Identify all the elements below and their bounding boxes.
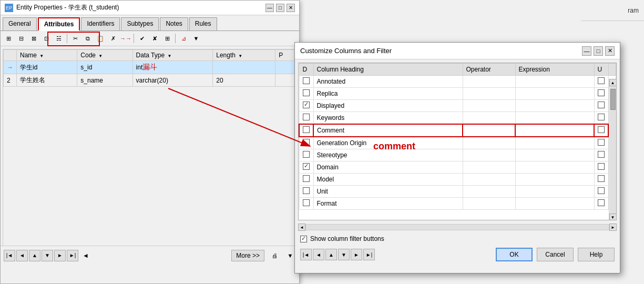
more-button[interactable]: More >> — [231, 250, 264, 261]
col-u-7[interactable] — [594, 161, 608, 174]
ok-button[interactable]: OK — [496, 248, 533, 261]
tab-subtypes[interactable]: Subtypes — [121, 17, 159, 31]
col-u-5[interactable] — [594, 137, 608, 149]
checkbox-8[interactable] — [299, 174, 313, 186]
col-p[interactable]: P — [275, 50, 297, 61]
col-expression-4[interactable] — [515, 124, 594, 137]
dialog-table-row[interactable]: Model — [299, 174, 616, 186]
nav-first-button[interactable]: |◄ — [4, 250, 15, 261]
tab-notes[interactable]: Notes — [160, 17, 188, 31]
col-expression-7[interactable] — [515, 161, 594, 174]
dialog-table-row[interactable]: Displayed — [299, 100, 616, 112]
nav-next-button[interactable]: ► — [54, 250, 66, 261]
col-expression-1[interactable] — [515, 88, 594, 100]
col-operator-6[interactable] — [463, 149, 515, 161]
cb-4[interactable] — [303, 126, 310, 133]
cb-u-3[interactable] — [598, 114, 605, 120]
col-datatype[interactable]: Data Type ▼ — [132, 50, 213, 61]
col-operator-1[interactable] — [463, 88, 515, 100]
help-button[interactable]: Help — [578, 248, 615, 261]
col-expression-6[interactable] — [515, 149, 594, 161]
col-u-0[interactable] — [594, 76, 608, 88]
tab-rules[interactable]: Rules — [189, 17, 217, 31]
col-operator-9[interactable] — [463, 186, 515, 198]
cb-u-2[interactable] — [598, 102, 605, 108]
col-operator-2[interactable] — [463, 100, 515, 112]
cb-6[interactable] — [303, 151, 310, 158]
cb-u-4[interactable] — [598, 126, 605, 133]
cb-u-5[interactable] — [598, 139, 605, 146]
col-expression-10[interactable] — [515, 198, 594, 210]
toolbar-btn-3[interactable]: ⊠ — [28, 33, 39, 44]
col-operator-0[interactable] — [463, 76, 515, 88]
cb-u-7[interactable] — [598, 163, 605, 170]
toolbar-btn-grid[interactable]: ⊞ — [161, 33, 173, 44]
toolbar-btn-arrow[interactable]: →→ — [120, 33, 131, 44]
toolbar-btn-paste[interactable]: 📋 — [95, 33, 106, 44]
cell-p-1[interactable] — [275, 61, 297, 74]
col-operator-10[interactable] — [463, 198, 515, 210]
show-filter-checkbox[interactable] — [300, 236, 307, 242]
col-expression-5[interactable] — [515, 137, 594, 149]
nav-last-button[interactable]: ►| — [67, 250, 78, 261]
toolbar-btn-check[interactable]: ✔ — [136, 33, 148, 44]
dialog-table-row[interactable]: Format — [299, 198, 616, 210]
cb-u-0[interactable] — [598, 77, 605, 84]
horiz-scroll-left[interactable]: ◄ — [298, 224, 305, 231]
col-expression-8[interactable] — [515, 174, 594, 186]
col-u-3[interactable] — [594, 112, 608, 125]
checkbox-2[interactable] — [299, 100, 313, 112]
dialog-close[interactable]: ✕ — [605, 46, 615, 56]
dialog-minimize[interactable]: — — [582, 46, 591, 56]
toolbar-btn-cut[interactable]: ✂ — [69, 33, 81, 44]
dialog-table-row[interactable]: Annotated — [299, 76, 616, 88]
toolbar-btn-delete[interactable]: ✗ — [107, 33, 119, 44]
checkbox-7[interactable] — [299, 161, 313, 174]
checkbox-3[interactable] — [299, 112, 313, 125]
scroll-down-button[interactable]: ▼ — [609, 214, 617, 220]
checkbox-9[interactable] — [299, 186, 313, 198]
dlg-prev-btn[interactable]: ◄ — [313, 249, 324, 260]
dialog-table-row[interactable]: Generation Origin — [299, 137, 616, 149]
col-u-2[interactable] — [594, 100, 608, 112]
col-expression-2[interactable] — [515, 100, 594, 112]
cb-8[interactable] — [303, 175, 310, 182]
cb-u-6[interactable] — [598, 151, 605, 158]
col-name[interactable]: Name ▼ — [17, 50, 77, 61]
print-button[interactable]: 🖨 — [269, 250, 280, 261]
col-u-8[interactable] — [594, 174, 608, 186]
toolbar-btn-4[interactable]: ⊡ — [40, 33, 52, 44]
cell-name-2[interactable]: 学生姓名 — [17, 74, 77, 87]
col-expression-3[interactable] — [515, 112, 594, 125]
tab-general[interactable]: General — [3, 17, 37, 31]
scroll-up-button[interactable]: ▲ — [609, 79, 617, 86]
maximize-button[interactable]: □ — [276, 4, 284, 12]
checkbox-10[interactable] — [299, 198, 313, 210]
toolbar-btn-1[interactable]: ⊞ — [3, 33, 14, 44]
toolbar-btn-5[interactable]: ☵ — [53, 33, 65, 44]
scroll-thumb[interactable] — [610, 89, 616, 110]
col-operator-4[interactable] — [463, 124, 515, 137]
cell-length-2[interactable]: 20 — [213, 74, 275, 87]
cb-u-8[interactable] — [598, 175, 605, 182]
dlg-first-btn[interactable]: |◄ — [300, 249, 312, 260]
cell-length-1[interactable] — [213, 61, 275, 74]
dialog-table-row[interactable]: Replica — [299, 88, 616, 100]
col-u-6[interactable] — [594, 149, 608, 161]
col-u-4[interactable] — [594, 124, 608, 137]
cell-code-1[interactable]: s_id — [77, 61, 132, 74]
col-u-9[interactable] — [594, 186, 608, 198]
dialog-table-row[interactable]: Unit — [299, 186, 616, 198]
col-code[interactable]: Code ▼ — [77, 50, 132, 61]
col-operator-5[interactable] — [463, 137, 515, 149]
dialog-table-row[interactable]: Stereotype — [299, 149, 616, 161]
col-expression-9[interactable] — [515, 186, 594, 198]
close-button[interactable]: ✕ — [287, 4, 295, 12]
col-length[interactable]: Length ▼ — [213, 50, 275, 61]
checkbox-5[interactable] — [299, 137, 313, 149]
cb-3[interactable] — [303, 114, 310, 120]
checkbox-1[interactable] — [299, 88, 313, 100]
cb-1[interactable] — [303, 89, 310, 96]
table-row[interactable]: → 学生id s_id int漏斗 — [4, 61, 297, 74]
checkbox-4[interactable] — [299, 124, 313, 137]
